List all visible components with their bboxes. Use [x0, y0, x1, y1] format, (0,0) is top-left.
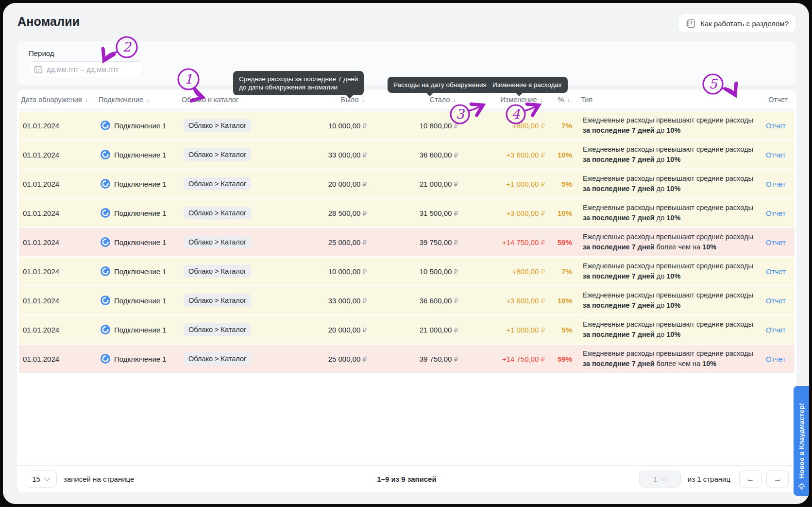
- cell-report: Отчет: [761, 267, 795, 276]
- cell-report: Отчет: [761, 180, 795, 188]
- cell-was: 10 000,00₽: [272, 267, 367, 276]
- cloud-catalog-chip: Облако > Каталог: [184, 323, 251, 336]
- ruble-sign: ₽: [362, 297, 367, 305]
- cell-connection: Подключение 1: [95, 296, 177, 305]
- period-placeholder: дд.мм.гггг – дд.мм.гггг: [47, 66, 118, 73]
- column-header-became[interactable]: Стало↓: [365, 96, 456, 104]
- cell-was: 10 000,00₽: [272, 122, 367, 130]
- cell-change: +800,00₽: [458, 267, 545, 276]
- table-row: 01.01.2024Подключение 1Облако > Каталог2…: [19, 170, 795, 198]
- prev-page-button[interactable]: ←: [739, 471, 761, 488]
- cell-report: Отчет: [761, 151, 795, 159]
- cell-change: +800,00₽: [458, 122, 545, 130]
- cloud-catalog-chip: Облако > Каталог: [184, 207, 251, 219]
- cell-percent: 7%: [545, 267, 572, 276]
- cell-type: Ежедневные расходы превышают средние рас…: [572, 349, 761, 369]
- ruble-sign: ₽: [454, 122, 458, 130]
- report-link[interactable]: Отчет: [766, 151, 786, 159]
- period-input[interactable]: дд.мм.гггг – дд.мм.гггг: [29, 61, 142, 77]
- table-row: 01.01.2024Подключение 1Облако > Каталог2…: [19, 228, 795, 256]
- column-header-change[interactable]: Изменение↓: [456, 96, 543, 104]
- app-window: Аномалии ? Как работать с разделом? Пери…: [3, 3, 809, 504]
- cell-became: 36 600,00₽: [367, 151, 458, 159]
- cell-change: +3 600,00₽: [458, 297, 545, 305]
- cell-type: Ежедневные расходы превышают средние рас…: [572, 261, 761, 281]
- cell-type: Ежедневные расходы превышают средние рас…: [572, 290, 761, 311]
- report-link[interactable]: Отчет: [766, 267, 786, 276]
- column-header-connection[interactable]: Подключение↓: [93, 96, 175, 104]
- cell-report: Отчет: [761, 297, 795, 305]
- cell-cloud: Облако > Каталог: [177, 177, 272, 190]
- cell-report: Отчет: [761, 209, 795, 217]
- connection-icon: [101, 121, 110, 130]
- cell-cloud: Облако > Каталог: [177, 323, 272, 336]
- period-label: Период: [29, 49, 789, 57]
- cloud-catalog-chip: Облако > Каталог: [184, 177, 251, 190]
- ruble-sign: ₽: [362, 268, 367, 276]
- cell-change: +14 750,00₽: [458, 355, 545, 363]
- sort-desc-icon: ↓: [85, 96, 88, 104]
- ruble-sign: ₽: [454, 181, 458, 188]
- ruble-sign: ₽: [454, 268, 458, 276]
- cell-percent: 10%: [545, 151, 572, 159]
- cell-became: 10 800,00₽: [367, 122, 458, 130]
- connection-icon: [101, 266, 110, 276]
- cell-was: 25 000,00₽: [272, 355, 367, 363]
- cell-percent: 5%: [545, 326, 572, 334]
- cell-was: 33 000,00₽: [272, 151, 367, 159]
- table-row: 01.01.2024Подключение 1Облако > Каталог1…: [19, 111, 795, 140]
- cloud-catalog-chip: Облако > Каталог: [184, 352, 251, 365]
- ruble-sign: ₽: [454, 210, 458, 217]
- report-link[interactable]: Отчет: [766, 122, 786, 130]
- page-select[interactable]: 1: [639, 471, 681, 488]
- report-link[interactable]: Отчет: [766, 209, 786, 217]
- cell-change: +3 000,00₽: [458, 209, 545, 217]
- cell-became: 36 600,00₽: [367, 297, 458, 305]
- ruble-sign: ₽: [454, 152, 458, 159]
- cell-change: +1 000,00₽: [458, 180, 545, 188]
- cell-type: Ежедневные расходы превышают средние рас…: [572, 144, 761, 165]
- connection-icon: [101, 296, 110, 305]
- cell-type: Ежедневные расходы превышают средние рас…: [572, 232, 761, 252]
- ruble-sign: ₽: [362, 356, 367, 363]
- cell-date: 01.01.2024: [19, 326, 95, 334]
- anomalies-table: Дата обнаружения↓Подключение↓Облако и ка…: [17, 90, 796, 492]
- table-body: 01.01.2024Подключение 1Облако > Каталог1…: [17, 110, 796, 373]
- table-row: 01.01.2024Подключение 1Облако > Каталог2…: [19, 315, 795, 344]
- cell-connection: Подключение 1: [95, 150, 177, 159]
- cell-was: 33 000,00₽: [272, 297, 367, 305]
- report-link[interactable]: Отчет: [766, 238, 786, 246]
- cell-cloud: Облако > Каталог: [177, 294, 272, 307]
- ruble-sign: ₽: [541, 297, 545, 305]
- report-link[interactable]: Отчет: [766, 326, 786, 334]
- ruble-sign: ₽: [362, 327, 367, 334]
- arrow-right-icon: →: [774, 474, 782, 484]
- cell-was: 20 000,00₽: [272, 326, 367, 334]
- cell-cloud: Облако > Каталог: [177, 119, 272, 132]
- cloud-catalog-chip: Облако > Каталог: [184, 119, 251, 132]
- cell-became: 10 500,00₽: [367, 267, 458, 276]
- page-size-select[interactable]: 15: [25, 471, 57, 488]
- cell-type: Ежедневные расходы превышают средние рас…: [572, 319, 761, 340]
- cell-date: 01.01.2024: [19, 122, 95, 130]
- pagination-bar: 15 записей на странице 1–9 из 9 записей …: [17, 465, 796, 492]
- cell-became: 31 500,00₽: [367, 209, 458, 217]
- connection-icon: [101, 208, 110, 218]
- cell-date: 01.01.2024: [19, 297, 95, 305]
- report-link[interactable]: Отчет: [766, 180, 786, 188]
- arrow-left-icon: ←: [746, 474, 755, 484]
- next-page-button[interactable]: →: [766, 471, 789, 488]
- cell-connection: Подключение 1: [95, 179, 177, 189]
- ruble-sign: ₽: [454, 297, 458, 305]
- column-header-date[interactable]: Дата обнаружения↓: [17, 96, 93, 104]
- whats-new-label: Новое в Клаудмастер!: [798, 403, 805, 478]
- report-link[interactable]: Отчет: [766, 297, 786, 305]
- cell-type: Ежедневные расходы превышают средние рас…: [572, 115, 761, 136]
- whats-new-banner[interactable]: Новое в Клаудмастер!: [794, 386, 809, 496]
- help-button[interactable]: ? Как работать с разделом?: [678, 14, 796, 33]
- report-link[interactable]: Отчет: [766, 355, 786, 363]
- page-size-label: записей на странице: [64, 475, 134, 483]
- column-header-percent[interactable]: %↓: [543, 96, 570, 104]
- ruble-sign: ₽: [541, 122, 545, 130]
- page-size-value: 15: [32, 475, 40, 483]
